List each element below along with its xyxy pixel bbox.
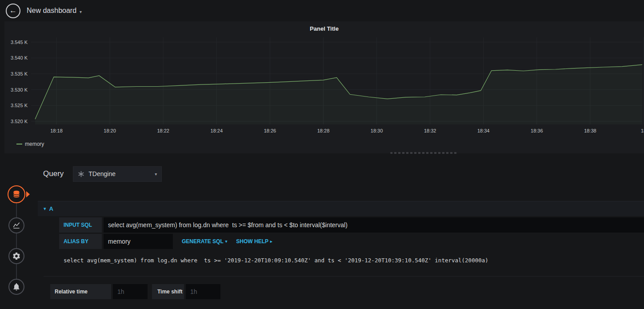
caret-right-icon: ▸ (270, 239, 272, 244)
svg-text:3.525 K: 3.525 K (11, 103, 28, 108)
alias-by-field[interactable] (104, 234, 173, 249)
spacer (148, 284, 152, 299)
query-header: Query TDengine ▾ (38, 165, 644, 182)
svg-text:18:28: 18:28 (317, 128, 330, 133)
caret-down-icon: ▾ (155, 172, 157, 177)
panel-title[interactable]: Panel Title (4, 25, 644, 34)
time-shift-label: Time shift (152, 284, 184, 299)
svg-text:18:18: 18:18 (50, 128, 63, 133)
alias-by-label: ALIAS BY (59, 234, 102, 249)
svg-text:18:22: 18:22 (157, 128, 169, 133)
arrow-left-icon: ← (9, 7, 17, 14)
svg-text:18:38: 18:38 (584, 128, 596, 133)
legend-item-memory[interactable]: memory (25, 141, 44, 147)
time-shift-input[interactable] (186, 284, 220, 299)
bell-icon (12, 282, 21, 291)
collapse-caret-icon[interactable]: ▾ (44, 206, 46, 212)
tab-queries[interactable] (8, 185, 25, 203)
query-form: INPUT SQL ALIAS BY GENERATE SQL ▾ SHOW H… (59, 217, 644, 266)
query-options-row: Relative time Time shift (50, 284, 644, 299)
graph-panel: Panel Title 3.545 K3.540 K3.535 K3.530 K… (4, 21, 644, 153)
caret-down-icon: ▾ (225, 239, 228, 244)
back-button[interactable]: ← (6, 4, 20, 18)
svg-text:18:36: 18:36 (531, 128, 543, 133)
top-navbar: ← New dashboard ▾ (0, 0, 644, 21)
chart-canvas: 3.545 K3.540 K3.535 K3.530 K3.525 K3.520… (4, 34, 644, 140)
horizontal-scrollbar[interactable] (390, 152, 457, 154)
input-sql-row: INPUT SQL (59, 217, 644, 233)
svg-text:18:30: 18:30 (371, 128, 383, 133)
database-icon (12, 189, 21, 199)
input-sql-field[interactable] (104, 217, 644, 233)
chart-legend: memory (4, 140, 644, 148)
series-color-swatch (16, 144, 22, 144)
relative-time-input[interactable] (113, 284, 148, 299)
show-help-label: SHOW HELP (236, 238, 268, 245)
svg-text:18:26: 18:26 (264, 128, 276, 133)
svg-text:18:32: 18:32 (424, 128, 436, 133)
caret-down-icon[interactable]: ▾ (80, 9, 82, 14)
query-editor: Query TDengine ▾ ▾ A INPUT SQL ALIAS BY (38, 165, 644, 299)
tab-rail-line (16, 194, 17, 287)
alias-by-row: ALIAS BY GENERATE SQL ▾ SHOW HELP ▸ (59, 234, 644, 249)
query-ref-id: A (49, 205, 53, 212)
svg-text:18:20: 18:20 (104, 128, 116, 133)
tdengine-logo-icon (78, 171, 84, 177)
chart-icon (12, 221, 21, 230)
generate-sql-label: GENERATE SQL (182, 238, 224, 245)
options-divider (44, 276, 644, 277)
svg-text:3.535 K: 3.535 K (11, 71, 28, 76)
dashboard-title[interactable]: New dashboard (27, 7, 76, 15)
svg-text:18:24: 18:24 (211, 128, 223, 133)
query-section-title: Query (43, 169, 64, 178)
relative-time-label: Relative time (50, 284, 111, 299)
tab-visualization[interactable] (8, 217, 24, 233)
svg-text:3.520 K: 3.520 K (11, 119, 28, 124)
svg-text:18: 18 (641, 128, 644, 133)
input-sql-label: INPUT SQL (59, 217, 102, 233)
query-row-header[interactable]: ▾ A (38, 201, 644, 216)
tab-alert[interactable] (8, 279, 24, 295)
show-help-button[interactable]: SHOW HELP ▸ (236, 234, 272, 249)
svg-text:3.530 K: 3.530 K (11, 87, 28, 92)
generate-sql-button[interactable]: GENERATE SQL ▾ (182, 234, 227, 249)
active-tab-arrow-icon (26, 191, 30, 197)
tab-general[interactable] (8, 248, 24, 264)
gear-icon (12, 252, 21, 261)
svg-text:3.540 K: 3.540 K (11, 55, 28, 60)
generated-sql-preview: select avg(mem_system) from log.dn where… (59, 254, 644, 266)
datasource-picker[interactable]: TDengine ▾ (73, 166, 162, 182)
svg-text:3.545 K: 3.545 K (11, 40, 28, 45)
datasource-name: TDengine (88, 170, 155, 177)
time-series-chart[interactable]: 3.545 K3.540 K3.535 K3.530 K3.525 K3.520… (4, 34, 644, 140)
svg-text:18:34: 18:34 (477, 128, 490, 133)
